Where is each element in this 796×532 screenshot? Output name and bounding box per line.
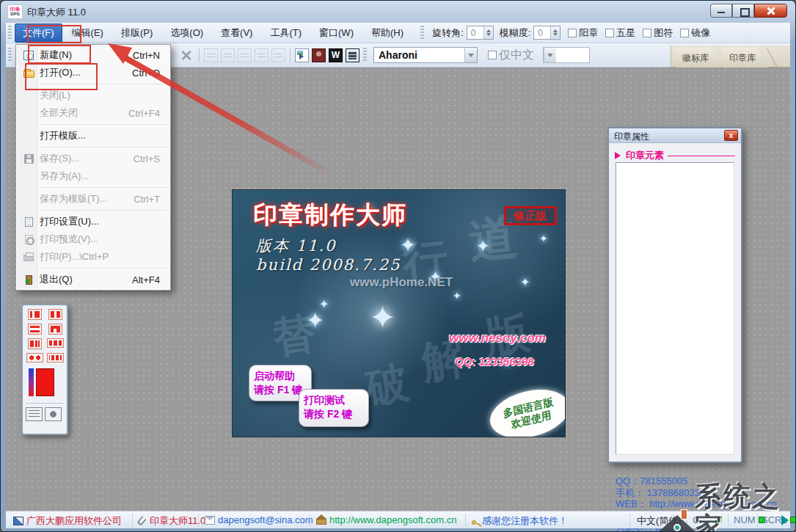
menu-item-save[interactable]: 保存(S)... Ctrl+S [18, 150, 169, 167]
minimize-button[interactable] [710, 4, 732, 18]
indent-icon[interactable] [238, 48, 252, 62]
seal-elements-section: 印章元素 [615, 149, 735, 162]
menu-item-exit[interactable]: 退出(Q) Alt+F4 [18, 271, 169, 288]
resize-arrow-icon[interactable] [781, 515, 794, 525]
star-glow: ✦ [520, 275, 530, 289]
status-url[interactable]: http://www.dapengsoft.com.cn [316, 514, 456, 525]
seal-layout-6-icon[interactable] [47, 338, 64, 348]
app-logo-icon: 印章 DPS [7, 4, 23, 19]
toolbar-grip[interactable] [8, 26, 12, 40]
seal-layout-5-icon[interactable] [28, 338, 42, 349]
title-bar[interactable]: 印章 DPS 印章大师 11.0 [1, 1, 795, 23]
seal-layout-3-icon[interactable] [28, 324, 42, 335]
star-glow: ✦ [306, 307, 324, 333]
notes-icon[interactable] [346, 48, 359, 62]
ime-indicator[interactable]: 中文(简体) [637, 514, 682, 528]
seal-layout-2-icon[interactable] [48, 309, 62, 320]
status-company: 广西大鹏应用软件公司 [13, 514, 122, 528]
star-glow: ✦ [539, 233, 548, 244]
menu-help[interactable]: 帮助(H) [363, 23, 412, 43]
menu-separator [41, 147, 167, 147]
menu-item-new[interactable]: 新建(N) Ctrl+N [18, 46, 169, 64]
move-icon[interactable] [204, 48, 218, 62]
delete-x-icon[interactable] [180, 48, 193, 62]
menu-item-print-setup[interactable]: 打印设置(U)... [18, 213, 169, 230]
color-gradient-strip[interactable] [29, 368, 34, 396]
checkbox-icon[interactable] [680, 29, 689, 37]
rotate-angle-label: 旋转角: [432, 26, 464, 40]
menu-separator [41, 210, 167, 211]
seal-properties-panel: 印章属性 x 印章元素 [607, 127, 742, 463]
exit-door-icon [18, 275, 40, 285]
menu-bar: 文件(F) 编辑(E) 排版(P) 选项(O) 查看(V) 工具(T) 窗口(W… [6, 23, 790, 43]
restore-button[interactable] [732, 4, 754, 18]
multilanguage-cloud: 多国语言版 欢迎使用 [485, 382, 566, 437]
tab-logo-library[interactable]: 徽标库 [676, 48, 721, 68]
menu-item-close[interactable]: 关闭(L) [18, 87, 169, 104]
panel-close-icon[interactable]: x [724, 130, 738, 141]
menu-tools[interactable]: 工具(T) [262, 23, 310, 43]
status-email[interactable]: dapengsoft@sina.com [205, 514, 313, 525]
menu-item-print[interactable]: 打印(P)...\Ctrl+P [18, 248, 169, 266]
menu-item-open-template[interactable]: 打开模版... [18, 127, 169, 145]
font-select[interactable]: Aharoni [373, 47, 478, 63]
align-left-icon[interactable] [221, 48, 235, 62]
checkbox-five-star[interactable]: 五星 [605, 26, 635, 40]
stamp-tool-icon[interactable] [45, 407, 62, 421]
checkbox-icon[interactable] [605, 29, 614, 37]
menu-separator [41, 268, 167, 269]
seal-layout-1-icon[interactable] [28, 309, 42, 320]
menu-item-open[interactable]: 打开(O)... Ctrl+O [18, 64, 169, 81]
menu-item-save-as-template[interactable]: 保存为模版(T)... Ctrl+T [18, 190, 169, 208]
panel-title-bar[interactable]: 印章属性 x [609, 128, 741, 143]
menu-window[interactable]: 窗口(W) [311, 23, 362, 43]
seal-layout-8-icon[interactable] [47, 353, 64, 362]
close-button[interactable] [754, 4, 787, 18]
toolbar-grip[interactable] [420, 26, 424, 40]
spinner-arrows-icon[interactable] [550, 26, 560, 39]
house-icon [316, 519, 326, 525]
menu-edit[interactable]: 编辑(E) [64, 23, 112, 43]
checkbox-mirror[interactable]: 镜像 [680, 26, 710, 40]
size-select[interactable] [543, 47, 590, 63]
tab-seal-library[interactable]: 印章库 [723, 48, 768, 68]
menu-options[interactable]: 选项(O) [162, 23, 211, 43]
chart-icon[interactable] [271, 48, 285, 62]
checkbox-yang-seal[interactable]: 阳章 [568, 26, 598, 40]
menu-file[interactable]: 文件(F) [15, 23, 62, 43]
chevron-down-icon[interactable] [544, 48, 556, 62]
print-config-icon[interactable] [26, 407, 43, 421]
menu-item-close-all[interactable]: 全部关闭 Ctrl+F4 [18, 104, 169, 122]
seal-layout-7-icon[interactable] [26, 353, 43, 362]
export-image-icon[interactable] [295, 48, 309, 62]
qq-number-text: QQ: 123356398 [455, 355, 534, 368]
blur-label: 模糊度: [500, 26, 531, 40]
green-led-icon [715, 517, 722, 523]
rotate-angle-spinner[interactable]: 0 [467, 26, 494, 40]
seal-layout-4-icon[interactable] [48, 324, 62, 335]
user-stamp-icon[interactable] [312, 48, 326, 62]
checkbox-icon[interactable] [568, 29, 577, 37]
spinner-arrows-icon[interactable] [483, 26, 493, 39]
ruler-icon[interactable] [255, 48, 269, 62]
menu-view[interactable]: 查看(V) [213, 23, 260, 43]
menu-item-print-preview[interactable]: 打印预览(V)... [18, 230, 169, 248]
toolbar-grip[interactable] [363, 48, 367, 62]
star-glow: ✦ [476, 237, 489, 256]
current-color-swatch[interactable] [36, 368, 54, 396]
chevron-down-icon[interactable] [464, 48, 477, 62]
triangle-bullet-icon [615, 152, 624, 159]
checkbox-only-chinese[interactable]: 仅中文 [488, 48, 534, 63]
checkbox-symbol[interactable]: 图符 [643, 26, 673, 40]
menu-item-save-as[interactable]: 另存为(A)... [18, 167, 169, 185]
checkbox-icon[interactable] [643, 29, 651, 37]
print-test-hint-button[interactable]: 打印测试 请按 F2 键 [299, 389, 369, 427]
status-register-note: 感谢您注册本软件！ [472, 514, 568, 528]
word-icon[interactable]: W [329, 48, 343, 62]
seal-elements-list[interactable] [616, 162, 734, 455]
toolbar-grip[interactable] [8, 48, 12, 62]
menu-layout[interactable]: 排版(P) [113, 23, 161, 43]
blur-spinner[interactable]: 0 [533, 26, 561, 40]
checkbox-icon[interactable] [488, 51, 497, 59]
library-tabstrip: 徽标库 印章库 [671, 45, 790, 68]
